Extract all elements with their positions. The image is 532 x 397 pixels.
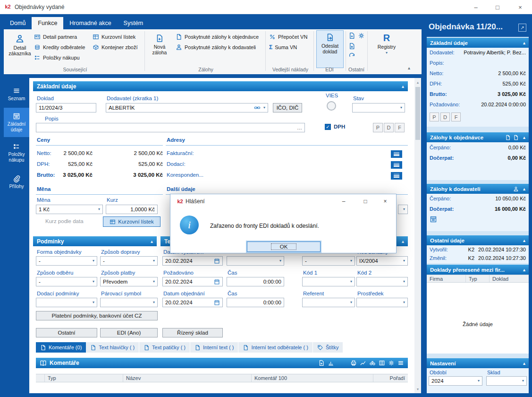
ostatni-button[interactable]: Ostatní: [36, 328, 97, 337]
cas-input-2[interactable]: 0:00:00: [227, 298, 284, 307]
panel-f-button[interactable]: F: [451, 112, 461, 121]
chevron-up-icon[interactable]: ▴: [523, 361, 525, 366]
panel-section-doklady-prenesene[interactable]: Doklady přenesené mezi fir... ▴: [427, 265, 529, 275]
fakturacni-address-button[interactable]: [391, 150, 402, 158]
chevron-up-icon[interactable]: ▴: [402, 84, 404, 89]
edi-cancel-button[interactable]: [348, 43, 355, 52]
kont​ejner-zbozi-button[interactable]: Kontejner zboží: [93, 43, 137, 52]
scroll-up-button[interactable]: ▴: [414, 79, 421, 86]
doklady-table-body[interactable]: [427, 283, 529, 354]
kod2-dropdown[interactable]: ▾: [356, 277, 408, 286]
scrollbar-thumb[interactable]: [415, 87, 420, 140]
column-firma[interactable]: Firma: [427, 275, 465, 282]
tab-komentare[interactable]: Komentáře (0): [36, 342, 86, 353]
graph-icon[interactable]: [360, 360, 366, 366]
dialog-minimize-button[interactable]: –: [335, 194, 353, 208]
sidebar-item-zakladni-udaje[interactable]: Základní údaje: [4, 108, 29, 137]
detail-zakaznika-button[interactable]: Detail zákazníka: [8, 31, 32, 68]
chevron-up-icon[interactable]: ▴: [523, 238, 525, 243]
odeslat-doklad-button[interactable]: Odeslat doklad: [316, 30, 344, 68]
panel-section-nastaveni[interactable]: Nastavení ▴: [427, 358, 529, 368]
close-button[interactable]: ×: [508, 0, 532, 14]
edi-settings-button[interactable]: [358, 32, 365, 41]
doc-icon[interactable]: [505, 135, 511, 140]
prostredek-dropdown[interactable]: ▾: [356, 298, 408, 307]
binoculars-icon[interactable]: [369, 360, 376, 366]
chevron-up-icon[interactable]: ▴: [523, 40, 525, 45]
f-button[interactable]: F: [395, 123, 405, 132]
doklad-input[interactable]: 11/2024/3: [36, 103, 96, 112]
panel-section-ostatni-udaje[interactable]: Ostatní údaje ▴: [427, 235, 529, 245]
ribbon-collapse-button[interactable]: ▴: [408, 65, 410, 70]
ribbon-tab-funkce[interactable]: Funkce: [32, 17, 63, 29]
new-doc-icon[interactable]: [318, 360, 325, 366]
suma-vn-button[interactable]: ΣSuma VN: [269, 43, 297, 52]
menu-icon[interactable]: [397, 360, 404, 366]
lhuta-dropdown[interactable]: ▾: [227, 256, 284, 266]
polozky-nakupu-button[interactable]: Položky nákupu: [34, 53, 80, 62]
kurzovni-listek-ribbon-button[interactable]: Kurzovní lístek: [93, 33, 135, 41]
calendar-icon[interactable]: [214, 300, 220, 306]
chevron-up-icon[interactable]: ▴: [523, 135, 525, 140]
panel-expand-button[interactable]: ↗: [518, 24, 526, 32]
zalohy-list-button[interactable]: [430, 216, 437, 225]
zalohy-k-dodavateli-button[interactable]: Poskytnuté zálohy k dodavateli: [176, 43, 256, 52]
ellipsis-icon[interactable]: …: [297, 125, 302, 130]
zakazka-dropdown[interactable]: -▾: [302, 256, 355, 266]
dodaci-address-button[interactable]: [391, 161, 402, 169]
ribbon-tab-domu[interactable]: Domů: [4, 17, 32, 29]
forma-objednavky-dropdown[interactable]: -▾: [36, 256, 97, 266]
pozadovano-input[interactable]: 20.02.2024: [162, 277, 223, 286]
zpusob-platby-dropdown[interactable]: Převodem▾: [100, 277, 158, 286]
ico-dic-button[interactable]: IČO, DIČ: [273, 103, 302, 112]
korespondencni-address-button[interactable]: [391, 172, 402, 180]
obdobi-dropdown[interactable]: 2024▾: [429, 376, 482, 386]
panel-d-button[interactable]: D: [440, 112, 450, 121]
panel-section-zalohy-dodavateli[interactable]: Zálohy k dodavateli ▴: [427, 184, 529, 194]
kod1-dropdown[interactable]: ▾: [302, 277, 355, 286]
edi-refresh-button[interactable]: [348, 53, 355, 62]
tab-interni-text-odberatele[interactable]: Interní text odběratele ( ): [238, 342, 312, 353]
cas-input-1[interactable]: 0:00:00: [227, 277, 284, 286]
panel-section-zalohy-objednavce[interactable]: Zálohy k objednávce ▴: [427, 132, 529, 142]
stav-dropdown[interactable]: ▾: [352, 103, 405, 112]
sidebar-item-polozky-nakupu[interactable]: Položky nákupu: [4, 138, 29, 167]
tab-stitky[interactable]: Štítky: [313, 342, 344, 353]
sklad-dropdown[interactable]: ▾: [486, 376, 527, 386]
panel-p-button[interactable]: P: [430, 112, 439, 121]
kredity-odberatele-button[interactable]: Kredity odběratele: [34, 43, 85, 52]
partial-field[interactable]: ▾: [398, 205, 408, 214]
ribbon-tab-hromadne-akce[interactable]: Hromadné akce: [63, 17, 117, 29]
dodavatel-input[interactable]: ALBERTÍK ▾: [106, 103, 268, 112]
mena-dropdown[interactable]: 1 Kč▾: [36, 205, 103, 214]
ribbon-tab-system[interactable]: Systém: [118, 17, 150, 29]
referent-dropdown[interactable]: ▾: [302, 298, 355, 307]
chevron-down-icon[interactable]: ▾: [263, 106, 265, 110]
edi-log-button[interactable]: [348, 32, 355, 41]
nova-zaloha-button[interactable]: Nová záloha: [147, 31, 172, 68]
column-typ[interactable]: Typ: [465, 275, 489, 282]
chevron-up-icon[interactable]: ▴: [523, 267, 525, 272]
chevron-up-icon[interactable]: ▴: [151, 239, 153, 244]
sidebar-item-seznam[interactable]: Seznam: [4, 81, 29, 107]
sidebar-item-prilohy[interactable]: Přílohy: [4, 168, 29, 196]
registry-button[interactable]: R Registry ▾: [374, 30, 399, 68]
tab-interni-text[interactable]: Interní text ( ): [190, 342, 238, 353]
chevron-up-icon[interactable]: ▴: [402, 239, 404, 244]
doc-copy-icon[interactable]: [513, 135, 519, 140]
komentare-table-body[interactable]: [36, 382, 408, 393]
column-poradi[interactable]: Pořadí: [373, 374, 408, 382]
kurzovni-listek-button[interactable]: Kurzovní lístek: [103, 216, 160, 227]
datum-vystaveni-input[interactable]: 20.02.2024: [162, 256, 223, 266]
chevron-up-icon[interactable]: ▴: [523, 186, 525, 191]
chart-icon[interactable]: [328, 360, 334, 366]
d-button[interactable]: D: [384, 123, 394, 132]
columns-icon[interactable]: [379, 360, 385, 366]
prepocet-vn-button[interactable]: Přepočet VN: [269, 33, 307, 41]
minimize-button[interactable]: –: [465, 0, 487, 14]
calendar-icon[interactable]: [214, 279, 220, 285]
printer-icon[interactable]: [350, 360, 357, 366]
zalohy-k-objednavce-button[interactable]: Poskytnuté zálohy k objednávce: [176, 33, 259, 41]
datum-objednani-input[interactable]: 20.02.2024: [162, 298, 223, 307]
column-doklad[interactable]: Doklad: [489, 275, 529, 282]
